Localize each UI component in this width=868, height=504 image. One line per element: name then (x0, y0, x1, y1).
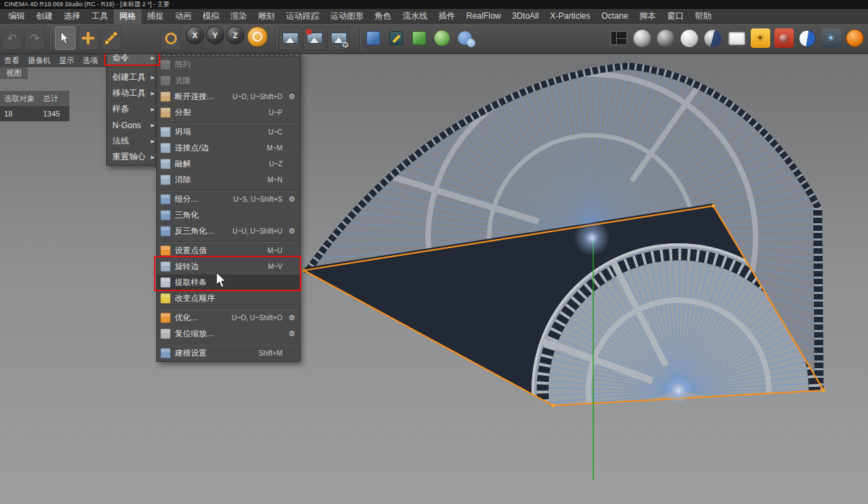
command-item-改变点顺序[interactable]: 改变点顺序 (157, 290, 300, 306)
redo-icon[interactable]: ↷ (24, 26, 45, 50)
menu-3DtoAll[interactable]: 3DtoAll (507, 9, 545, 24)
generators-icon[interactable] (409, 26, 429, 50)
viewport-menu-选项[interactable]: 选项 (78, 54, 102, 67)
mesh-menu-item-移动工具[interactable]: 移动工具▶ (107, 85, 158, 101)
screen-icon[interactable] (726, 26, 747, 50)
command-item-反三角化...[interactable]: 反三角化...U~U, U~Shift+U⚙ (157, 223, 300, 239)
mesh-menu-item-样条[interactable]: 样条▶ (107, 101, 158, 117)
menu-插件[interactable]: 插件 (433, 9, 461, 24)
submenu-arrow-icon: ▶ (148, 55, 155, 61)
menu-item-shortcut: M~U (268, 247, 282, 254)
command-item-优化...[interactable]: 优化...U~O, U~Shift+O⚙ (157, 310, 300, 326)
sun-blue-icon[interactable]: ☀ (820, 26, 842, 50)
mograph-icon[interactable] (432, 26, 452, 50)
rotate-tool-icon[interactable] (160, 26, 181, 50)
contrast-icon[interactable] (797, 26, 818, 50)
command-item-连接点/边[interactable]: 连接点/边M~M (157, 140, 300, 156)
layout-panes-icon[interactable] (608, 26, 629, 50)
menu-Octane[interactable]: Octane (596, 9, 634, 24)
spline-pen-icon[interactable] (386, 26, 407, 50)
mesh-menu-item-重置轴心[interactable]: 重置轴心▶ (107, 149, 158, 165)
vertex-glow-upper (574, 220, 610, 256)
light-yellow-icon[interactable]: ☀ (749, 26, 771, 50)
octane-icon[interactable] (844, 26, 865, 50)
menu-雕刻[interactable]: 雕刻 (253, 9, 280, 24)
menu-item-label: 融解 (175, 159, 191, 169)
mesh-menu-item-法线[interactable]: 法线▶ (107, 133, 158, 149)
menu-流水线[interactable]: 流水线 (397, 9, 433, 24)
menu-帮助[interactable]: 帮助 (689, 9, 717, 24)
viewport-menu-查看[interactable]: 查看 (0, 54, 24, 67)
menu-窗口[interactable]: 窗口 (661, 9, 689, 24)
axis-lock-y-icon[interactable]: Y (206, 26, 224, 44)
command-item-消除[interactable]: 消除M~N (157, 172, 300, 188)
axis-lock-z-icon[interactable]: Z (226, 26, 244, 44)
menu-item-label: 克隆 (175, 76, 191, 86)
menu-运动图形[interactable]: 运动图形 (325, 9, 369, 24)
command-item-断开连接...[interactable]: 断开连接...U~D, U~Shift+D⚙ (157, 89, 300, 105)
submenu-arrow-icon: ▶ (148, 75, 155, 80)
menu-工具[interactable]: 工具 (86, 9, 114, 24)
shading-sphere-dark-icon[interactable] (655, 26, 676, 50)
view-tab[interactable]: 视图 (0, 67, 28, 79)
command-item-融解[interactable]: 融解U~Z (157, 156, 300, 172)
mesh-menu-item-创建工具[interactable]: 创建工具▶ (107, 69, 158, 85)
menu-编辑[interactable]: 编辑 (3, 9, 31, 24)
axis-lock-x-icon[interactable]: X (186, 26, 204, 44)
render-settings-icon[interactable]: ⚙ (327, 26, 350, 50)
menu-捕捉[interactable]: 捕捉 (142, 9, 169, 24)
vertex-glow-lower (664, 376, 693, 405)
command-item-旋转边[interactable]: 旋转边M~V (157, 259, 300, 275)
undo-icon[interactable]: ↶ (1, 26, 22, 50)
command-item-三角化[interactable]: 三角化 (157, 207, 300, 223)
command-item-克隆[interactable]: 克隆 (157, 73, 300, 89)
camera-red-icon[interactable] (773, 26, 794, 50)
window-title: CINEMA 4D R19.068 Studio (RC - R19) - [未… (0, 0, 868, 9)
shading-sphere-half-icon[interactable] (702, 26, 724, 50)
scale-tool-icon[interactable] (101, 26, 121, 50)
command-item-坍塌[interactable]: 坍塌U~C (157, 124, 300, 140)
viewport-menu-摄像机[interactable]: 摄像机 (24, 54, 55, 67)
shading-sphere-light-icon[interactable] (679, 26, 700, 50)
menu-RealFlow[interactable]: RealFlow (461, 9, 507, 24)
menu-item-shortcut: U~C (269, 128, 282, 136)
move-tool-icon[interactable] (78, 26, 99, 50)
menu-运动跟踪[interactable]: 运动跟踪 (280, 9, 325, 24)
command-item-细分...[interactable]: 细分...U~S, U~Shift+S⚙ (157, 191, 300, 207)
live-selection-icon[interactable] (55, 26, 76, 50)
command-item-复位缩放...[interactable]: 复位缩放...⚙ (157, 326, 300, 342)
menu-X-Particles[interactable]: X-Particles (545, 9, 596, 24)
command-item-阵列[interactable]: 阵列 (157, 57, 300, 73)
menu-item-label: 样条 (112, 103, 129, 115)
menu-脚本[interactable]: 脚本 (633, 9, 661, 24)
command-item-分裂[interactable]: 分裂U~P (157, 105, 300, 121)
menu-模拟[interactable]: 模拟 (197, 9, 225, 24)
menu-选择[interactable]: 选择 (58, 9, 86, 24)
hud-value: 18 (0, 110, 39, 118)
shading-sphere-gray-icon[interactable] (631, 26, 653, 50)
menu-动画[interactable]: 动画 (169, 9, 197, 24)
menu-item-shortcut: U~O, U~Shift+O (232, 314, 282, 322)
add-primitive-icon[interactable] (363, 26, 384, 50)
menu-item-shortcut: U~Z (269, 160, 282, 168)
menu-渲染[interactable]: 渲染 (225, 9, 253, 24)
render-view-icon[interactable] (279, 26, 301, 50)
command-item-建模设置[interactable]: 建模设置Shift+M (157, 345, 300, 361)
command-item-提取样条[interactable]: 提取样条 (157, 275, 300, 290)
menu-item-shortcut: U~S, U~Shift+S (233, 195, 282, 203)
mesh-menu-item-N-Gons[interactable]: N-Gons▶ (107, 117, 158, 133)
render-picture-viewer-icon[interactable] (303, 26, 325, 50)
weld-points-icon (160, 143, 171, 153)
display-render-group: ☀ ☀ (608, 26, 865, 50)
cinema4d-window: CINEMA 4D R19.068 Studio (RC - R19) - [未… (0, 0, 868, 504)
simulate-icon[interactable] (454, 26, 475, 50)
menu-角色[interactable]: 角色 (369, 9, 397, 24)
command-item-设置点值[interactable]: 设置点值M~U (157, 243, 300, 259)
viewport-menu-显示[interactable]: 显示 (55, 54, 78, 67)
menu-item-label: N-Gons (112, 121, 141, 130)
menu-创建[interactable]: 创建 (31, 9, 58, 24)
coordinate-system-icon[interactable] (247, 26, 268, 47)
melt-icon (160, 159, 171, 169)
edge-to-spline-icon (160, 277, 171, 288)
menu-网格[interactable]: 网格 (114, 9, 142, 24)
